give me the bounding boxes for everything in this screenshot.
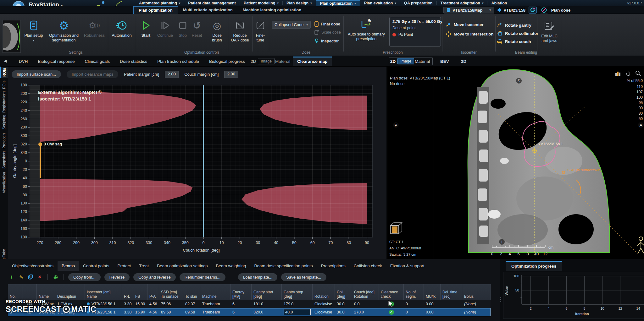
- tab-collision-check[interactable]: Collision check: [350, 261, 386, 271]
- edit-mlc-button[interactable]: Edit MLC and jaws: [539, 19, 560, 43]
- cell-ssd_skin[interactable]: 82.37: [183, 300, 200, 308]
- clearance-map-chart[interactable]: 3 CW sagExternal algorithm: MapRT®Isocen…: [12, 83, 383, 258]
- tab-2d[interactable]: 2D: [251, 59, 256, 64]
- menu-patient-modeling[interactable]: Patient modeling▾: [240, 0, 282, 6]
- cell-description[interactable]: 3 CW sag: [55, 308, 85, 316]
- move-to-intersection-button[interactable]: Move to intersection: [446, 31, 493, 37]
- cell-bolus[interactable]: (None): [462, 300, 491, 308]
- tab-clinical-goals[interactable]: Clinical goals: [80, 57, 114, 66]
- tab-fixation-support[interactable]: Fixation & support: [386, 261, 429, 271]
- zoom-icon[interactable]: [635, 70, 641, 76]
- tab-biological-response[interactable]: Biological response: [34, 57, 79, 66]
- cell-couch[interactable]: 270.0: [352, 308, 379, 316]
- menu-plan-evaluation[interactable]: Plan evaluation▾: [360, 0, 400, 6]
- copy-from--button[interactable]: Copy from...: [68, 273, 101, 281]
- cell-pa[interactable]: 4.56: [147, 308, 159, 316]
- cell-segm[interactable]: 0: [404, 300, 424, 308]
- cell-machine[interactable]: Truebeam: [200, 300, 230, 308]
- tab-2d[interactable]: 2D: [390, 59, 396, 64]
- menu-plan-optimization[interactable]: Plan optimization▾: [316, 0, 360, 6]
- cell-deltime[interactable]: [441, 308, 462, 316]
- cell-eye[interactable]: [23, 300, 37, 308]
- bev-target-icon[interactable]: ⊕: [52, 274, 59, 281]
- fine-tune-button[interactable]: Fine-tune: [253, 19, 268, 43]
- reset-button[interactable]: ↺ Reset: [190, 19, 204, 38]
- cell-mufx[interactable]: 0.00: [424, 300, 441, 308]
- plan-setup-button[interactable]: Plan setup ▾: [24, 19, 43, 43]
- optimization-segmentation-button[interactable]: ⚙ Optimization and segmentation: [47, 19, 81, 43]
- clearance-map-svg[interactable]: 3 CW sagExternal algorithm: MapRT®Isocen…: [12, 83, 383, 257]
- cell-eye[interactable]: [23, 308, 37, 316]
- robustness-button[interactable]: ⚙))) Robustness: [82, 19, 106, 38]
- sidebar-item-pois[interactable]: POIs: [0, 80, 8, 90]
- tab-protect[interactable]: Protect: [113, 261, 135, 271]
- ct-view-panel[interactable]: 3 VTB/23/158 1 SSD (to surface/skin) S P…: [387, 67, 644, 259]
- cell-name[interactable]: 1 CW ax: [37, 300, 55, 308]
- cell-energy[interactable]: 6: [230, 300, 252, 308]
- module-tab-machine-learning-optimization[interactable]: Machine learning optimization: [238, 6, 306, 14]
- beam-row-1[interactable]: 11 CW ax1 CW axVTB/23/158 13.3015.904.56…: [8, 300, 491, 308]
- beam-row-3[interactable]: 33 CW sag3 CW sagVTB/23/158 13.3015.904.…: [8, 308, 491, 316]
- sidebar-item-visualization[interactable]: Visualization: [0, 172, 8, 193]
- histogram-icon[interactable]: [615, 71, 621, 76]
- tab-material[interactable]: Material: [275, 59, 290, 64]
- dose-display-icon[interactable]: [540, 7, 548, 14]
- eye-icon[interactable]: [27, 310, 33, 314]
- cell-segm[interactable]: 0: [404, 308, 424, 316]
- cell-iso[interactable]: VTB/23/158 1: [85, 308, 122, 316]
- auto-scale-button[interactable]: ℞ Auto scale to primary prescription: [347, 18, 386, 41]
- cell-no[interactable]: 1: [8, 300, 23, 308]
- sidebar-item-registrations[interactable]: Registrations: [0, 92, 8, 112]
- dose-brush-button[interactable]: ◎ Dose brush: [208, 19, 226, 43]
- tab-bev[interactable]: BEV: [436, 57, 453, 66]
- renumber-beams--button[interactable]: Renumber beams...: [180, 273, 225, 281]
- patient-thumbnail[interactable]: [3, 20, 21, 53]
- beam-set-label[interactable]: ✱ VTB/23/158: [497, 7, 525, 13]
- delete-beam-icon[interactable]: ×: [36, 274, 43, 280]
- cell-gantry_start[interactable]: 181.0: [252, 300, 282, 308]
- cell-bolus[interactable]: (None): [462, 308, 491, 316]
- module-tab-plan-optimization[interactable]: Plan optimization: [133, 6, 178, 14]
- reduce-oar-dose-button[interactable]: Reduce OAR dose: [229, 19, 251, 43]
- continue-button[interactable]: Continue: [155, 19, 175, 38]
- cell-couch[interactable]: 0.0: [352, 300, 379, 308]
- cell-ssd_skin[interactable]: 89.58: [183, 308, 200, 316]
- cell-coll[interactable]: 30.0: [335, 308, 352, 316]
- edit-beam-icon[interactable]: ✎: [18, 274, 25, 280]
- final-dose-button[interactable]: Final dose: [314, 21, 340, 27]
- beam-marker-dot[interactable]: [38, 142, 42, 146]
- tab-beam-dose-specification-points[interactable]: Beam dose specification points: [250, 261, 317, 271]
- cell-coll[interactable]: 30.0: [335, 300, 352, 308]
- cell-name[interactable]: 3 CW sag: [37, 308, 55, 316]
- menu-patient-data-management[interactable]: Patient data management: [184, 0, 239, 6]
- pan-hand-icon[interactable]: [626, 70, 631, 76]
- menu-plan-design[interactable]: Plan design▾: [283, 0, 316, 6]
- load-template--button[interactable]: Load template...: [238, 273, 277, 281]
- cell-is[interactable]: 15.90: [133, 300, 147, 308]
- add-beam-icon[interactable]: +: [8, 274, 15, 280]
- cell-gantry_start[interactable]: 320.0: [252, 308, 282, 316]
- tab-biological-progress[interactable]: Biological progress: [205, 57, 249, 66]
- rotate-collimator-button[interactable]: Rotate collimator: [497, 31, 538, 36]
- menu-automated-planning[interactable]: Automated planning▾: [135, 0, 184, 6]
- automation-button[interactable]: Automation: [111, 19, 133, 38]
- dose-algorithm-dropdown[interactable]: Collapsed Cone▾: [272, 21, 311, 29]
- tab-treat[interactable]: Treat: [135, 261, 153, 271]
- import-surface-scan-button[interactable]: Import surface scan...: [12, 70, 61, 78]
- cell-iso[interactable]: VTB/23/158 1: [85, 300, 122, 308]
- copy-beam-icon[interactable]: [28, 275, 33, 280]
- cell-mufx[interactable]: 0.00: [424, 308, 441, 316]
- raystation-g-icon[interactable]: [529, 7, 537, 14]
- tab-image[interactable]: Image: [397, 58, 414, 64]
- menu-ablation[interactable]: Ablation: [487, 0, 511, 6]
- cell-clearance[interactable]: ✓: [379, 308, 404, 316]
- cell-description[interactable]: 1 CW ax: [55, 300, 85, 308]
- cell-ssd_surface[interactable]: 89.58: [159, 308, 183, 316]
- tab-image[interactable]: Image: [258, 58, 275, 64]
- gantry-stop-editbox[interactable]: 40.0: [284, 309, 311, 315]
- rotate-gantry-button[interactable]: Rotate gantry: [497, 23, 531, 28]
- couch-margin-input[interactable]: 2.00: [224, 71, 238, 78]
- start-button[interactable]: Start: [138, 19, 154, 38]
- cell-rotation[interactable]: Clockwise: [313, 300, 335, 308]
- cell-no[interactable]: 3: [8, 308, 23, 316]
